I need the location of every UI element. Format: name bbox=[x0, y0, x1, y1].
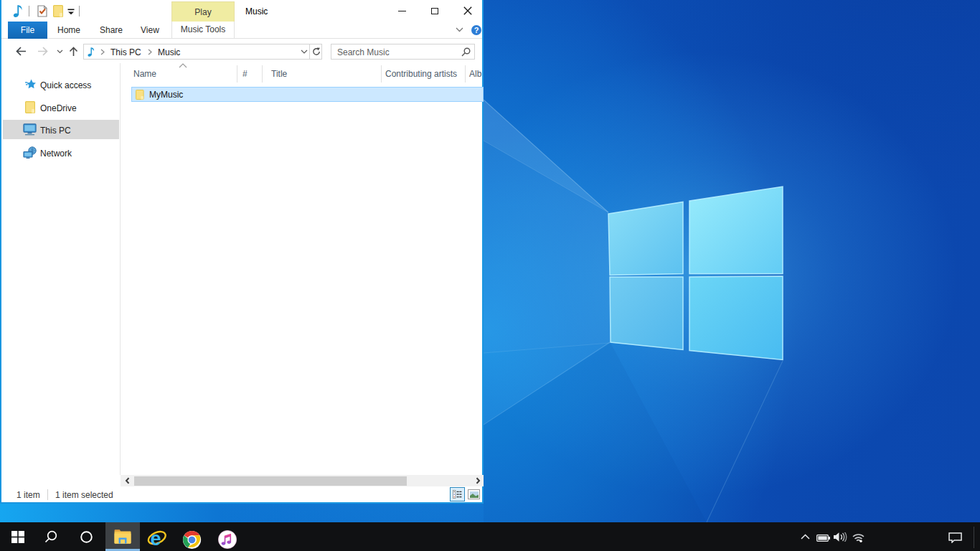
svg-text:e: e bbox=[151, 529, 161, 547]
